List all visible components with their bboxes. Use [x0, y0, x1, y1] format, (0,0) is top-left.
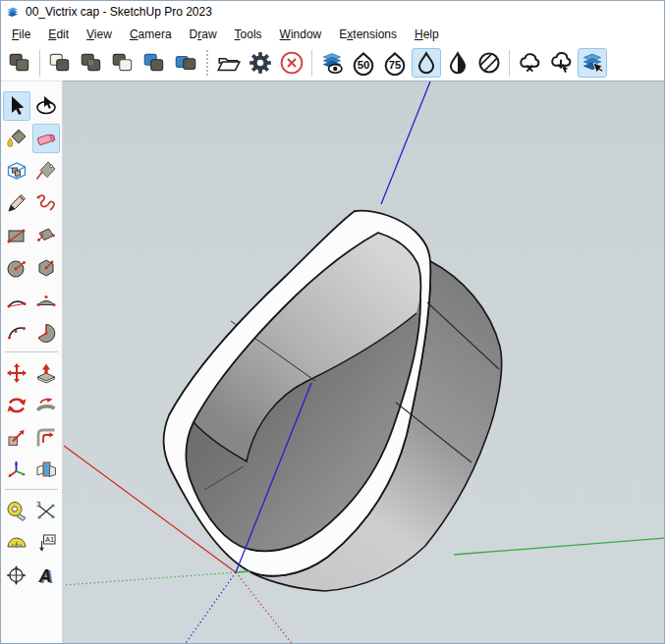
scale-tool[interactable] [3, 423, 30, 453]
cloud-offline-button[interactable] [515, 48, 544, 78]
toolbar: 50 75 [1, 45, 664, 80]
menu-tools[interactable]: Tools [226, 26, 271, 43]
main-area: 3 A1 [1, 80, 664, 643]
menu-window[interactable]: Window [271, 26, 331, 43]
three-d-text-tool[interactable]: A A [32, 561, 60, 590]
droplet-icon [414, 50, 439, 76]
two-point-arc-tool[interactable] [32, 286, 60, 315]
menu-help[interactable]: Help [406, 26, 448, 43]
ring-model [164, 211, 502, 591]
three-point-arc-tool[interactable] [3, 318, 30, 348]
title-bar: 00_Victrix cap - SketchUp Pro 2023 [1, 1, 664, 23]
push-pull-tool[interactable] [32, 358, 60, 388]
freehand-tool[interactable] [32, 188, 60, 218]
hatch-pattern-button[interactable] [474, 48, 504, 78]
move-tool[interactable] [3, 358, 30, 388]
split-button[interactable] [171, 48, 200, 78]
lasso-tool[interactable] [32, 91, 60, 121]
tool-palette: 3 A1 [1, 80, 63, 643]
three-point-arc-icon [5, 321, 28, 345]
section-plane-tool[interactable] [32, 456, 60, 485]
layers-eye-icon [319, 50, 345, 76]
trim-icon [141, 50, 167, 76]
layers-visibility-button[interactable] [317, 48, 347, 78]
opacity-75-icon: 75 [382, 50, 408, 76]
menu-bar: File Edit View Camera Draw Tools Window … [1, 23, 664, 45]
axes-icon [5, 458, 28, 482]
pie-tool[interactable] [32, 318, 60, 348]
svg-text:A: A [38, 566, 52, 586]
pencil-icon [5, 191, 28, 215]
push-pull-icon [34, 361, 58, 385]
close-red-x-button[interactable] [277, 48, 306, 78]
transparency-half-button[interactable] [443, 48, 472, 78]
text-tool[interactable]: A1 [32, 528, 60, 558]
freehand-icon [34, 191, 58, 215]
tag-icon [34, 159, 58, 183]
sketchup-logo-icon [5, 5, 20, 20]
settings-gear-button[interactable] [246, 48, 275, 78]
cloud-download-icon [548, 50, 574, 76]
compass-tool[interactable] [3, 561, 30, 590]
trim-button[interactable] [139, 48, 169, 78]
menu-file[interactable]: File [3, 26, 39, 43]
menu-draw[interactable]: Draw [181, 26, 226, 43]
arc-tool[interactable] [3, 286, 30, 315]
menu-view[interactable]: View [78, 26, 121, 43]
dimension-tool[interactable]: 3 [32, 496, 60, 525]
line-tool[interactable] [3, 188, 30, 218]
menu-edit[interactable]: Edit [39, 26, 78, 43]
green-axis-solid-far [454, 538, 665, 555]
scene-canvas [63, 81, 665, 644]
make-component-tool[interactable] [3, 156, 30, 186]
cloud-download-button[interactable] [546, 48, 576, 78]
lasso-select-icon [34, 94, 58, 118]
layers-pick-button[interactable] [578, 48, 607, 78]
toolbar-separator [311, 50, 312, 77]
circle-tool[interactable] [3, 253, 30, 283]
rotated-rectangle-tool[interactable] [32, 221, 60, 250]
menu-camera[interactable]: Camera [121, 26, 181, 43]
axes-tool[interactable] [3, 456, 30, 485]
blue-axis-dotted [184, 572, 236, 644]
opacity-75-button[interactable]: 75 [380, 48, 410, 78]
paint-bucket-tool[interactable] [3, 124, 30, 153]
svg-text:3: 3 [36, 500, 41, 509]
protractor-tool[interactable] [3, 528, 30, 558]
menu-extensions[interactable]: Extensions [330, 26, 406, 43]
rotated-rectangle-icon [34, 224, 58, 247]
follow-me-icon [34, 394, 58, 417]
gear-icon [248, 50, 273, 76]
green-axis-dotted [64, 572, 236, 585]
opacity-50-button[interactable]: 50 [349, 48, 378, 78]
section-plane-icon [34, 458, 58, 482]
palette-separator [5, 489, 58, 490]
transparency-none-button[interactable] [412, 48, 441, 78]
outer-shell-button[interactable] [5, 48, 34, 78]
rectangle-tool[interactable] [3, 221, 30, 250]
move-icon [5, 361, 28, 385]
tape-measure-tool[interactable] [3, 496, 30, 525]
paint-bucket-icon [5, 127, 28, 150]
rotate-tool[interactable] [3, 391, 30, 420]
union-button[interactable] [77, 48, 106, 78]
tape-measure-icon [5, 499, 28, 522]
sketchup-window: 00_Victrix cap - SketchUp Pro 2023 File … [0, 0, 665, 644]
toolbar-grip [206, 50, 208, 76]
half-droplet-icon [445, 50, 471, 76]
eraser-tool[interactable] [32, 124, 60, 153]
svg-text:50: 50 [358, 59, 370, 71]
subtract-button[interactable] [108, 48, 138, 78]
eraser-icon [34, 127, 58, 150]
intersect-button[interactable] [45, 48, 75, 78]
palette-separator [5, 351, 58, 352]
open-folder-button[interactable] [214, 48, 244, 78]
follow-me-tool[interactable] [32, 391, 60, 420]
select-tool[interactable] [3, 91, 30, 121]
offset-tool[interactable] [32, 423, 60, 453]
modeling-viewport[interactable] [63, 80, 664, 643]
red-x-circle-icon [279, 50, 305, 76]
polygon-tool[interactable] [32, 253, 60, 283]
tag-tool[interactable] [32, 156, 60, 186]
component-cube-icon [5, 159, 28, 183]
